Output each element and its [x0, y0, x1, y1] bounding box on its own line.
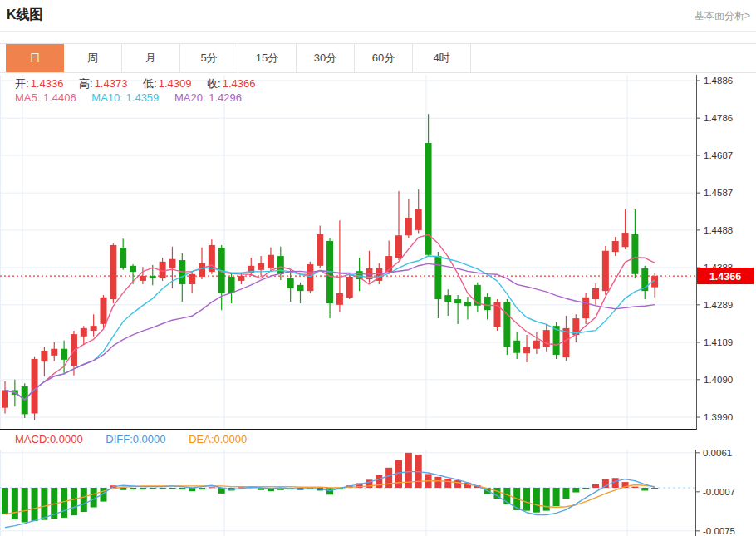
macd-bar — [444, 479, 451, 488]
price-axis-label: 1.4886 — [704, 76, 733, 86]
candle-body — [503, 302, 510, 347]
candle-body — [395, 235, 402, 258]
tab-15min[interactable]: 15分 — [238, 44, 297, 72]
candle-body — [346, 277, 353, 298]
tab-day[interactable]: 日 — [6, 44, 64, 72]
candle-body — [110, 245, 116, 299]
price-axis-label: 1.4488 — [704, 225, 733, 235]
candle-body — [61, 349, 67, 360]
price-axis-label: 1.4786 — [704, 113, 733, 123]
candle-body — [307, 264, 313, 291]
dea-value: 0.0000 — [214, 433, 248, 445]
macd-bar — [592, 484, 599, 488]
tab-60min[interactable]: 60分 — [355, 44, 413, 72]
candle-body — [592, 288, 599, 299]
macd-bar — [169, 488, 175, 489]
macd-legend: MACD:0.0000 DIFF:0.0000 DEA:0.0000 — [15, 433, 267, 445]
candle-body — [101, 298, 107, 324]
macd-bar — [22, 488, 28, 522]
header-divider — [0, 31, 756, 32]
ma20-value: 1.4296 — [209, 91, 242, 104]
macd-bar — [641, 488, 648, 490]
macd-bar — [553, 488, 560, 506]
candle-body — [140, 276, 146, 281]
macd-bar — [385, 468, 392, 488]
candle-body — [582, 298, 589, 318]
candle-body — [287, 278, 294, 288]
candle-body — [189, 274, 195, 284]
candle-body — [32, 359, 38, 414]
candle-body — [415, 209, 422, 230]
candle-body — [2, 390, 8, 407]
candle-body — [41, 351, 47, 361]
ma5-value: 1.4406 — [43, 91, 76, 104]
macd-bar — [120, 488, 126, 490]
macd-label: MACD: — [15, 433, 50, 445]
tab-5min[interactable]: 5分 — [180, 44, 238, 72]
diff-label: DIFF: — [106, 433, 133, 445]
candle-body — [238, 276, 244, 281]
candle-body — [169, 259, 175, 268]
ma10-label: MA10: — [91, 91, 123, 104]
price-axis-label: 1.4090 — [704, 375, 733, 385]
candle-body — [533, 341, 540, 349]
price-axis-label: 1.4189 — [704, 337, 733, 347]
macd-bar — [130, 488, 136, 489]
candle-body — [464, 302, 471, 306]
candle-body — [297, 285, 304, 291]
candle-body — [277, 256, 284, 274]
macd-bar — [454, 480, 461, 488]
macd-bar — [523, 488, 530, 511]
macd-bar — [533, 488, 540, 513]
macd-bar — [41, 488, 47, 520]
fundamental-analysis-link[interactable]: 基本面分析> — [695, 9, 750, 23]
tab-week[interactable]: 周 — [64, 44, 122, 72]
candle-body — [444, 295, 451, 302]
close-label: 收: — [207, 77, 221, 90]
candle-body — [150, 276, 156, 278]
price-axis-label: 1.4587 — [704, 188, 733, 198]
period-tabbar: 日 周 月 5分 15分 30分 60分 4时 — [0, 43, 756, 73]
tab-month[interactable]: 月 — [122, 44, 180, 72]
candle-body — [484, 297, 491, 310]
open-value: 1.4336 — [31, 77, 64, 90]
macd-bar — [179, 488, 185, 489]
tab-30min[interactable]: 30分 — [297, 44, 355, 72]
macd-bar — [572, 488, 579, 493]
macd-axis-label: 0.0061 — [703, 448, 732, 458]
ma20-label: MA20: — [174, 91, 206, 104]
candle-body — [405, 218, 412, 235]
low-value: 1.4309 — [159, 77, 192, 90]
price-axis-label: 1.3990 — [704, 412, 733, 422]
candle-body — [543, 330, 550, 347]
kline-chart[interactable]: 1.48861.47861.46871.45871.44881.43881.42… — [0, 73, 756, 536]
macd-bar — [376, 475, 382, 488]
macd-bar — [199, 488, 205, 489]
price-axis-label: 1.4289 — [704, 300, 733, 310]
low-label: 低: — [143, 77, 157, 90]
macd-axis-label: -0.0075 — [703, 526, 735, 536]
candle-body — [258, 263, 264, 270]
macd-axis-label: -0.0007 — [703, 487, 735, 497]
candle-body — [631, 234, 638, 274]
ma10-value: 1.4359 — [126, 91, 160, 104]
tab-4hour[interactable]: 4时 — [413, 44, 471, 72]
macd-bar — [582, 488, 589, 489]
last-price-badge-value: 1.4366 — [709, 271, 741, 283]
macd-bar — [32, 488, 38, 521]
candle-body — [130, 266, 136, 272]
candle-body — [523, 347, 530, 353]
candle-body — [425, 143, 432, 255]
macd-bar — [209, 487, 215, 488]
macd-bar — [631, 487, 638, 488]
macd-bar — [150, 488, 156, 489]
macd-bar — [81, 488, 87, 512]
macd-bar — [160, 488, 166, 489]
candle-body — [612, 241, 619, 252]
price-axis-label: 1.4687 — [704, 150, 733, 160]
candle-body — [434, 256, 441, 299]
candle-body — [454, 299, 461, 303]
candle-body — [317, 234, 323, 266]
candle-body — [336, 293, 343, 305]
candle-body — [120, 248, 126, 268]
